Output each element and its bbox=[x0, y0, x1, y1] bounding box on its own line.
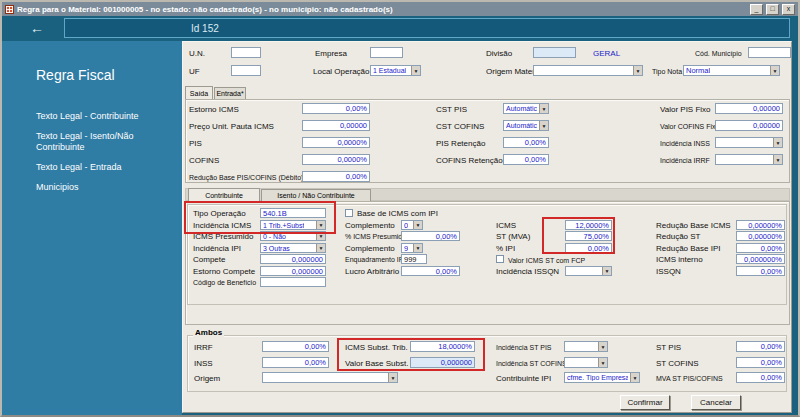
incidencia-irrf-select[interactable]: ▼ bbox=[715, 154, 783, 165]
back-arrow-icon[interactable]: ← bbox=[30, 19, 44, 37]
dropdown-arrow-icon[interactable]: ▼ bbox=[316, 232, 325, 240]
cst-cofins-value: Automático bbox=[506, 122, 537, 129]
reducao-base-pis-cofins-input[interactable]: 0,00% bbox=[302, 171, 370, 182]
dropdown-arrow-icon[interactable]: ▼ bbox=[539, 104, 548, 113]
mva-st-pis-cofins-input[interactable]: 0,00% bbox=[736, 372, 785, 383]
estorno-compete-input[interactable]: 0,000000 bbox=[260, 266, 326, 276]
tab-entrada[interactable]: Entrada* bbox=[214, 87, 246, 99]
incidencia-issqn-select[interactable]: ▼ bbox=[565, 266, 612, 276]
icms-interno-input[interactable]: 0,000000% bbox=[736, 254, 785, 264]
incidencia-inss-select[interactable]: ▼ bbox=[715, 137, 783, 148]
icms-input[interactable]: 12,0000% bbox=[565, 220, 612, 230]
sidebar-item-texto-legal-isento[interactable]: Texto Legal - Isento/Não Contribuinte bbox=[36, 131, 182, 153]
st-cofins-input[interactable]: 0,00% bbox=[736, 357, 785, 368]
dropdown-arrow-icon[interactable]: ▼ bbox=[770, 66, 779, 75]
confirm-button[interactable]: Confirmar bbox=[620, 395, 670, 410]
divisao-input[interactable] bbox=[533, 47, 576, 58]
complemento1-label: Complemento bbox=[345, 221, 395, 230]
icms-label: ICMS bbox=[496, 221, 516, 230]
sidebar-item-municipios[interactable]: Municipios bbox=[36, 182, 182, 193]
cofins-input[interactable]: 0,0000% bbox=[302, 154, 370, 165]
dropdown-arrow-icon[interactable]: ▼ bbox=[411, 66, 420, 75]
codigo-beneficio-input[interactable] bbox=[260, 277, 326, 287]
un-input[interactable] bbox=[231, 47, 261, 58]
inss-label: INSS bbox=[194, 359, 213, 368]
contribuinte-ipi-select[interactable]: cfme. Tipo Empresa ▼ bbox=[564, 372, 640, 383]
empresa-input[interactable] bbox=[370, 47, 403, 58]
estorno-icms-input[interactable]: 0,00% bbox=[302, 103, 370, 114]
cst-cofins-label: CST COFINS bbox=[436, 122, 484, 131]
dropdown-arrow-icon[interactable]: ▼ bbox=[773, 155, 782, 164]
complemento2-label: Complemento bbox=[345, 244, 395, 253]
tab-contribuinte[interactable]: Contribuinte bbox=[188, 188, 260, 201]
valor-icms-st-fcp-checkbox[interactable] bbox=[496, 255, 504, 263]
valor-base-subst-input[interactable]: 0,000000 bbox=[410, 357, 475, 368]
incidencia-icms-select[interactable]: 1 Trib.+Subst ▼ bbox=[260, 220, 326, 230]
icms-subst-trib-input[interactable]: 18,0000% bbox=[410, 341, 475, 352]
cst-cofins-select[interactable]: Automático ▼ bbox=[503, 120, 549, 131]
lucro-arbitrario-input[interactable]: 0,00% bbox=[401, 266, 460, 276]
icms-interno-label: ICMS interno bbox=[656, 255, 703, 264]
reducao-base-icms-input[interactable]: 0,00000% bbox=[736, 220, 785, 230]
cofins-retencao-input[interactable]: 0,00% bbox=[503, 154, 549, 165]
dropdown-arrow-icon[interactable]: ▼ bbox=[413, 221, 422, 229]
divisao-text: GERAL bbox=[593, 49, 620, 58]
local-operacao-value: 1 Estadual bbox=[373, 67, 406, 74]
dropdown-arrow-icon[interactable]: ▼ bbox=[633, 66, 642, 75]
incidencia-st-pis-select[interactable]: ▼ bbox=[564, 341, 608, 352]
reducao-base-ipi-input[interactable]: 0,00% bbox=[736, 243, 785, 253]
origem-select[interactable]: ▼ bbox=[262, 372, 398, 383]
complemento1-select[interactable]: 0 ▼ bbox=[401, 220, 423, 230]
reducao-st-input[interactable]: 0,00000% bbox=[736, 231, 785, 241]
dropdown-arrow-icon[interactable]: ▼ bbox=[388, 373, 397, 382]
dropdown-arrow-icon[interactable]: ▼ bbox=[413, 244, 422, 252]
uf-input[interactable] bbox=[231, 65, 261, 76]
minimize-icon[interactable]: _ bbox=[750, 4, 763, 15]
st-mva-input[interactable]: 75,00% bbox=[565, 231, 612, 241]
local-operacao-select[interactable]: 1 Estadual ▼ bbox=[370, 65, 421, 76]
tipo-operacao-input[interactable]: 540.1B bbox=[260, 208, 326, 218]
contribuinte-ipi-value: cfme. Tipo Empresa bbox=[567, 374, 628, 381]
cst-pis-select[interactable]: Automático ▼ bbox=[503, 103, 549, 114]
dropdown-arrow-icon[interactable]: ▼ bbox=[598, 358, 607, 367]
compete-input[interactable]: 0,000000 bbox=[260, 254, 326, 264]
issqn-input[interactable]: 0,00% bbox=[736, 266, 785, 276]
cod-municipio-input[interactable] bbox=[748, 47, 791, 58]
tab-saida[interactable]: Saída bbox=[185, 86, 213, 99]
enquadramento-ipi-input[interactable]: 999 bbox=[401, 254, 427, 264]
incidencia-ipi-select[interactable]: 3 Outras ▼ bbox=[260, 243, 326, 253]
complemento2-select[interactable]: 9 ▼ bbox=[401, 243, 423, 253]
mva-st-pis-cofins-label: MVA ST PIS/COFINS bbox=[656, 374, 723, 383]
maximize-icon[interactable]: □ bbox=[766, 4, 779, 15]
dropdown-arrow-icon[interactable]: ▼ bbox=[773, 138, 782, 147]
contribuinte-ipi-label: Contribuinte IPI bbox=[496, 374, 551, 383]
st-pis-input[interactable]: 0,00% bbox=[736, 341, 785, 352]
dropdown-arrow-icon[interactable]: ▼ bbox=[602, 267, 611, 275]
preco-pauta-input[interactable]: 0,00000 bbox=[302, 120, 370, 131]
origem-material-select[interactable]: ▼ bbox=[533, 65, 643, 76]
tipo-nota-select[interactable]: Normal ▼ bbox=[683, 65, 780, 76]
tab-isento[interactable]: Isento / Não Contribuinte bbox=[261, 189, 371, 201]
dropdown-arrow-icon[interactable]: ▼ bbox=[630, 373, 639, 382]
valor-cofins-fixo-input[interactable]: 0,00000 bbox=[715, 120, 783, 131]
dropdown-arrow-icon[interactable]: ▼ bbox=[598, 342, 607, 351]
incidencia-st-cofins-select[interactable]: ▼ bbox=[564, 357, 608, 368]
pis-retencao-input[interactable]: 0,00% bbox=[503, 137, 549, 148]
close-icon[interactable]: x bbox=[782, 4, 795, 15]
cancel-button[interactable]: Cancelar bbox=[691, 395, 741, 410]
base-icms-ipi-checkbox[interactable] bbox=[345, 209, 353, 217]
preco-pauta-label: Preço Unit. Pauta ICMS bbox=[189, 122, 274, 131]
icms-presumido-select[interactable]: 0 - Não ▼ bbox=[260, 231, 326, 241]
pis-input[interactable]: 0,0000% bbox=[302, 137, 370, 148]
valor-pis-fixo-input[interactable]: 0,00000 bbox=[715, 103, 783, 114]
pct-icms-presumido-input[interactable]: 0,00% bbox=[401, 231, 460, 241]
sidebar-item-texto-legal-contribuinte[interactable]: Texto Legal - Contribuinte bbox=[36, 111, 182, 122]
inss-input[interactable]: 0,00% bbox=[262, 357, 329, 368]
dropdown-arrow-icon[interactable]: ▼ bbox=[539, 121, 548, 130]
pct-ipi-input[interactable]: 0,00% bbox=[565, 243, 612, 253]
irrf-input[interactable]: 0,00% bbox=[262, 341, 329, 352]
incidencia-issqn-label: Incidência ISSQN bbox=[496, 267, 559, 276]
dropdown-arrow-icon[interactable]: ▼ bbox=[316, 221, 325, 229]
dropdown-arrow-icon[interactable]: ▼ bbox=[316, 244, 325, 252]
sidebar-item-texto-legal-entrada[interactable]: Texto Legal - Entrada bbox=[36, 162, 182, 173]
